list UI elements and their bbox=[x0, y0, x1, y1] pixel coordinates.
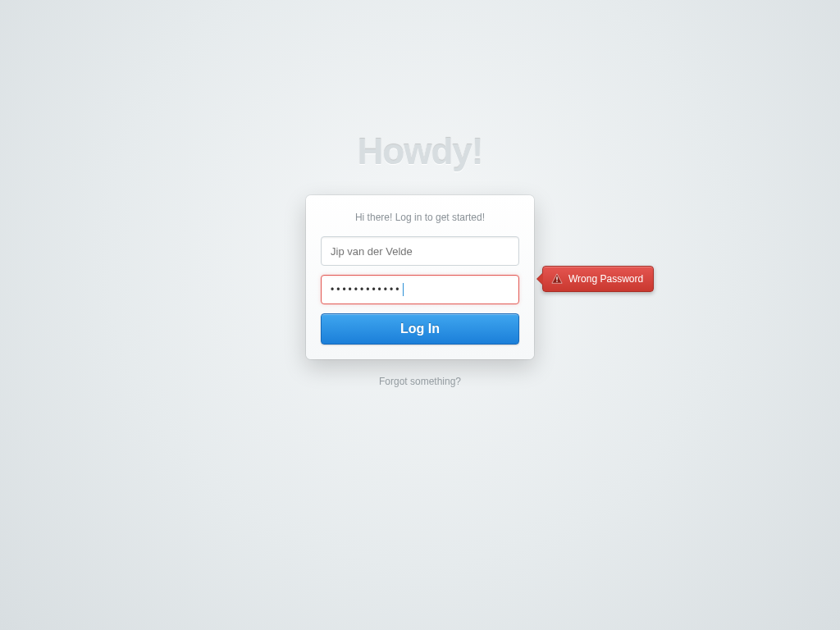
error-tooltip: Wrong Password bbox=[542, 266, 654, 292]
error-message: Wrong Password bbox=[568, 273, 643, 285]
warning-icon bbox=[551, 273, 563, 285]
svg-rect-1 bbox=[556, 281, 557, 281]
svg-rect-0 bbox=[556, 276, 557, 280]
password-input[interactable] bbox=[321, 275, 519, 304]
username-input[interactable] bbox=[321, 236, 519, 266]
password-field-wrap: •••••••••••• bbox=[321, 275, 519, 313]
login-button[interactable]: Log In bbox=[321, 313, 519, 345]
forgot-link[interactable]: Forgot something? bbox=[379, 376, 461, 387]
page-heading: Howdy! bbox=[358, 131, 483, 172]
login-card: Hi there! Log in to get started! •••••••… bbox=[306, 195, 534, 359]
greeting-text: Hi there! Log in to get started! bbox=[321, 212, 519, 223]
